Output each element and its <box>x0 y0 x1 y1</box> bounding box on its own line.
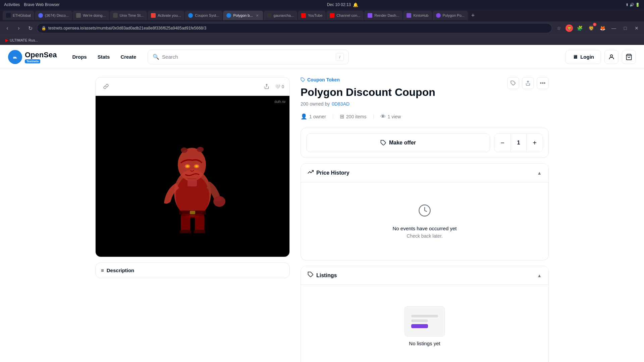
close-btn[interactable]: ✕ <box>632 23 641 33</box>
share-icon[interactable] <box>262 81 272 92</box>
no-listings-illustration <box>405 306 445 337</box>
cart-button[interactable] <box>622 50 636 64</box>
tab-coupon[interactable]: Coupon Syst... <box>185 11 222 20</box>
right-panel: ••• Coupon Token Polygon Discount Coupon… <box>301 77 549 362</box>
bookmark-btn[interactable]: ☆ <box>554 23 564 33</box>
quantity-increase-button[interactable]: + <box>527 133 543 152</box>
listings-icon <box>308 272 314 279</box>
system-tray: ⬆ 🔊 🔋 <box>626 3 640 7</box>
svg-rect-17 <box>181 214 190 232</box>
search-bar[interactable]: 🔍 Search / <box>148 50 349 64</box>
extensions-icon[interactable]: 🧩 <box>575 23 584 33</box>
likes-count: 0 <box>282 84 284 89</box>
price-history-empty-title: No events have occurred yet <box>393 226 457 231</box>
stat-divider-1 <box>333 114 333 119</box>
reload-button[interactable]: ↻ <box>25 23 35 33</box>
nav-stats[interactable]: Stats <box>93 51 115 62</box>
price-history-header[interactable]: Price History ▲ <box>301 164 548 182</box>
tab-youtube[interactable]: YouTube <box>298 11 326 20</box>
computer-icon: 🖥 <box>573 54 578 60</box>
listings-empty-label: No listings yet <box>409 341 440 346</box>
grid-icon: ⊞ <box>340 113 344 120</box>
stat-items: ⊞ 200 items <box>340 113 367 120</box>
right-panel-header-actions: ••• <box>507 77 549 89</box>
nft-image: duth.rw <box>96 96 289 257</box>
svg-point-6 <box>213 196 225 207</box>
nav-links: Drops Stats Create <box>67 51 141 62</box>
nft-card-actions: 🤍 0 <box>262 81 284 92</box>
tab-close-icon[interactable]: ✕ <box>255 13 260 18</box>
svg-rect-20 <box>194 230 205 233</box>
action-card: Make offer − 1 + <box>301 128 549 158</box>
share-btn[interactable] <box>522 77 534 89</box>
tab-polygon[interactable]: Polygon b... ✕ <box>223 11 263 20</box>
address-bar-row: ‹ › ↻ 🔒 testnets.opensea.io/assets/mumba… <box>0 21 644 35</box>
back-button[interactable]: ‹ <box>3 23 12 33</box>
price-history-section: Price History ▲ No events have occurred … <box>301 163 549 260</box>
bookmarks-bar: ▶ ULTIMATE Rus... <box>0 35 644 45</box>
address-input[interactable]: 🔒 testnets.opensea.io/assets/mumbai/0x0d… <box>37 23 552 33</box>
stat-views-value: 1 view <box>388 114 401 119</box>
minimize-btn[interactable]: — <box>609 23 619 33</box>
svg-point-1 <box>610 55 613 57</box>
tab-ethglobal[interactable]: ETHGlobal <box>3 11 34 20</box>
logo-area[interactable]: OpenSea Testnets <box>8 50 57 64</box>
tab-channel[interactable]: Channel con... <box>326 11 364 20</box>
clock-icon <box>418 204 431 220</box>
nav-right: 🖥 Login <box>566 50 636 64</box>
forward-button[interactable]: › <box>14 23 23 33</box>
stat-views: 👁 1 view <box>380 114 401 120</box>
login-button[interactable]: 🖥 Login <box>566 50 601 64</box>
quantity-decrease-button[interactable]: − <box>494 133 511 152</box>
listings-section: Listings ▲ No list <box>301 266 549 362</box>
nl-line-1 <box>411 315 438 317</box>
brave-rewards-icon[interactable]: 🦁! <box>586 23 596 33</box>
tab-gaurav[interactable]: gauravcha... <box>264 11 298 20</box>
nl-bar <box>411 324 428 328</box>
price-tag-btn[interactable] <box>507 77 519 89</box>
activities-label[interactable]: Activities <box>4 2 20 7</box>
stats-row: 👤 1 owner ⊞ 200 items 👁 1 view <box>301 113 549 120</box>
heart-icon[interactable]: 🤍 <box>275 84 280 89</box>
quantity-controls: − 1 + <box>494 133 543 152</box>
svg-point-21 <box>172 210 212 216</box>
metamask-icon[interactable]: 🦊 <box>598 23 607 33</box>
nav-create[interactable]: Create <box>116 51 141 62</box>
profile-icon[interactable]: 🦁 <box>566 24 573 32</box>
tab-polygonpos[interactable]: Polygon Po... <box>433 11 468 20</box>
price-history-header-left: Price History <box>308 169 350 177</box>
tab-render[interactable]: Render Dash... <box>364 11 402 20</box>
svg-rect-14 <box>187 179 197 186</box>
app-content: OpenSea Testnets Drops Stats Create 🔍 Se… <box>0 45 644 362</box>
stat-owners-value: 1 owner <box>309 114 326 119</box>
price-history-empty: No events have occurred yet Check back l… <box>309 190 540 252</box>
stat-owners: 👤 1 owner <box>301 113 326 120</box>
price-history-chevron: ▲ <box>537 170 542 176</box>
new-tab-button[interactable]: + <box>469 11 477 20</box>
svg-rect-19 <box>180 230 191 233</box>
os-bar: Activities Brave Web Browser Dec 10 02:1… <box>0 0 644 9</box>
profile-button[interactable] <box>604 50 619 64</box>
tab-activate[interactable]: Activate you... <box>148 11 184 20</box>
description-header[interactable]: ≡ Description <box>96 263 289 278</box>
price-history-empty-subtitle: Check back later. <box>407 233 442 239</box>
owner-address-link[interactable]: 0D83AD <box>332 101 350 107</box>
eye-icon: 👁 <box>380 114 386 120</box>
tab-kintohub[interactable]: KintoHub <box>403 11 432 20</box>
tab-weredoing[interactable]: We're doing... <box>73 11 109 20</box>
quantity-value: 1 <box>511 133 527 152</box>
nav-drops[interactable]: Drops <box>67 51 91 62</box>
tab-discord[interactable]: (3674) Disco... <box>35 11 72 20</box>
link-icon[interactable] <box>101 81 111 92</box>
svg-point-8 <box>181 147 187 153</box>
bookmark-youtube-item[interactable]: ▶ ULTIMATE Rus... <box>3 37 41 43</box>
make-offer-button[interactable]: Make offer <box>306 133 490 152</box>
browser-label: Brave Web Browser <box>24 2 59 7</box>
tab-unix[interactable]: Unix Time St... <box>110 11 147 20</box>
more-options-btn[interactable]: ••• <box>537 77 549 89</box>
stat-items-value: 200 items <box>346 114 367 119</box>
listings-header[interactable]: Listings ▲ <box>301 266 548 285</box>
action-card-inner: Make offer − 1 + <box>301 128 548 158</box>
maximize-btn[interactable]: □ <box>621 23 630 33</box>
person-icon: 👤 <box>301 113 307 120</box>
